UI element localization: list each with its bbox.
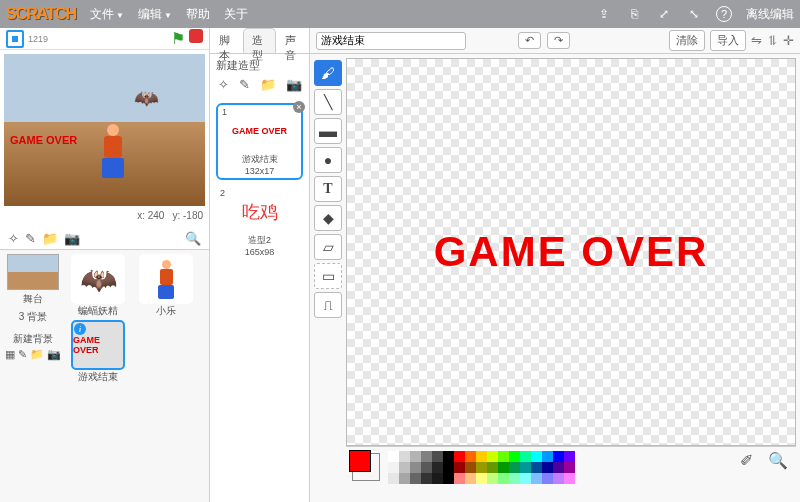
palette-color[interactable] xyxy=(465,462,476,473)
palette-color[interactable] xyxy=(432,451,443,462)
palette-color[interactable] xyxy=(498,473,509,484)
delete-costume-icon[interactable]: × xyxy=(293,101,305,113)
costume-item-2[interactable]: 2 吃鸡 造型2 165x98 xyxy=(216,186,303,259)
palette-color[interactable] xyxy=(443,462,454,473)
current-color-swatch[interactable] xyxy=(352,453,380,481)
zoom-icon[interactable]: 🔍 xyxy=(768,451,790,473)
fill-tool[interactable]: ◆ xyxy=(314,205,342,231)
tab-costumes[interactable]: 造型 xyxy=(243,28,276,53)
palette-color[interactable] xyxy=(487,451,498,462)
palette-color[interactable] xyxy=(399,462,410,473)
palette-color[interactable] xyxy=(520,473,531,484)
stop-icon[interactable] xyxy=(189,29,203,43)
costume-item-1[interactable]: 1 × GAME OVER 游戏结束 132x17 xyxy=(216,103,303,180)
backdrop-upload-icon[interactable]: 📁 xyxy=(30,348,44,361)
color-palette[interactable] xyxy=(388,451,575,484)
redo-button[interactable]: ↷ xyxy=(547,32,570,49)
palette-color[interactable] xyxy=(432,473,443,484)
tab-sounds[interactable]: 声音 xyxy=(276,28,309,53)
sprite-item-gameover[interactable]: iGAME OVER 游戏结束 xyxy=(66,320,130,382)
palette-color[interactable] xyxy=(443,473,454,484)
palette-color[interactable] xyxy=(498,462,509,473)
palette-color[interactable] xyxy=(520,451,531,462)
palette-color[interactable] xyxy=(531,462,542,473)
menu-help[interactable]: 帮助 xyxy=(186,6,210,23)
duplicate-icon[interactable]: ⎘ xyxy=(626,6,642,22)
costume-name-input[interactable] xyxy=(316,32,466,50)
palette-color[interactable] xyxy=(421,462,432,473)
palette-color[interactable] xyxy=(487,462,498,473)
palette-color[interactable] xyxy=(553,473,564,484)
palette-color[interactable] xyxy=(410,473,421,484)
brush-tool[interactable]: 🖌 xyxy=(314,60,342,86)
palette-color[interactable] xyxy=(454,462,465,473)
menu-about[interactable]: 关于 xyxy=(224,6,248,23)
palette-color[interactable] xyxy=(399,451,410,462)
palette-color[interactable] xyxy=(465,451,476,462)
palette-color[interactable] xyxy=(553,462,564,473)
backdrop-thumb[interactable] xyxy=(7,254,59,290)
circle-tool[interactable]: ● xyxy=(314,147,342,173)
stamp-tool[interactable]: ⎍ xyxy=(314,292,342,318)
palette-color[interactable] xyxy=(553,451,564,462)
palette-color[interactable] xyxy=(388,462,399,473)
palette-color[interactable] xyxy=(564,451,575,462)
import-button[interactable]: 导入 xyxy=(710,30,746,51)
paint-canvas[interactable]: GAME OVER xyxy=(346,58,796,446)
line-tool[interactable]: ╲ xyxy=(314,89,342,115)
clear-button[interactable]: 清除 xyxy=(669,30,705,51)
palette-color[interactable] xyxy=(509,473,520,484)
palette-color[interactable] xyxy=(509,462,520,473)
eyedropper-icon[interactable]: ✐ xyxy=(740,451,762,473)
palette-color[interactable] xyxy=(564,462,575,473)
paint-sprite-icon[interactable]: ✎ xyxy=(25,231,36,246)
palette-color[interactable] xyxy=(542,462,553,473)
palette-color[interactable] xyxy=(388,451,399,462)
palette-color[interactable] xyxy=(410,451,421,462)
costume-upload-icon[interactable]: 📁 xyxy=(258,75,278,94)
set-center-icon[interactable]: ✛ xyxy=(783,33,794,48)
palette-color[interactable] xyxy=(542,451,553,462)
sprite-from-library-icon[interactable]: ✧ xyxy=(8,231,19,246)
sprite-zoom-icon[interactable]: 🔍 xyxy=(185,231,201,246)
palette-color[interactable] xyxy=(476,473,487,484)
menu-file[interactable]: 文件▼ xyxy=(90,6,124,23)
palette-color[interactable] xyxy=(432,462,443,473)
menu-edit[interactable]: 编辑▼ xyxy=(138,6,172,23)
costume-camera-icon[interactable]: 📷 xyxy=(284,75,304,94)
info-icon[interactable]: i xyxy=(74,323,86,335)
backdrop-paint-icon[interactable]: ✎ xyxy=(18,348,27,361)
palette-color[interactable] xyxy=(454,473,465,484)
costume-paint-icon[interactable]: ✎ xyxy=(237,75,252,94)
palette-color[interactable] xyxy=(399,473,410,484)
palette-color[interactable] xyxy=(564,473,575,484)
backdrop-library-icon[interactable]: ▦ xyxy=(5,348,15,361)
palette-color[interactable] xyxy=(388,473,399,484)
camera-sprite-icon[interactable]: 📷 xyxy=(64,231,80,246)
palette-color[interactable] xyxy=(421,451,432,462)
palette-color[interactable] xyxy=(531,451,542,462)
palette-color[interactable] xyxy=(421,473,432,484)
undo-button[interactable]: ↶ xyxy=(518,32,541,49)
share-icon[interactable]: ⇪ xyxy=(596,6,612,22)
backdrop-camera-icon[interactable]: 📷 xyxy=(47,348,61,361)
palette-color[interactable] xyxy=(520,462,531,473)
green-flag-icon[interactable]: ⚑ xyxy=(171,29,185,48)
upload-sprite-icon[interactable]: 📁 xyxy=(42,231,58,246)
sprite-item-bat[interactable]: 🦇 蝙蝠妖精 xyxy=(66,254,130,316)
palette-color[interactable] xyxy=(542,473,553,484)
tab-scripts[interactable]: 脚本 xyxy=(210,28,243,53)
palette-color[interactable] xyxy=(410,462,421,473)
grow-icon[interactable]: ⤢ xyxy=(656,6,672,22)
palette-color[interactable] xyxy=(454,451,465,462)
shrink-icon[interactable]: ⤡ xyxy=(686,6,702,22)
stage-preview[interactable]: 🦇 GAME OVER xyxy=(0,50,209,210)
flip-h-icon[interactable]: ⇋ xyxy=(751,33,762,48)
sprite-item-man[interactable]: 小乐 xyxy=(134,254,198,316)
palette-color[interactable] xyxy=(498,451,509,462)
erase-tool[interactable]: ▱ xyxy=(314,234,342,260)
fullscreen-icon[interactable] xyxy=(6,30,24,48)
palette-color[interactable] xyxy=(465,473,476,484)
flip-v-icon[interactable]: ⥮ xyxy=(767,33,778,48)
palette-color[interactable] xyxy=(476,451,487,462)
